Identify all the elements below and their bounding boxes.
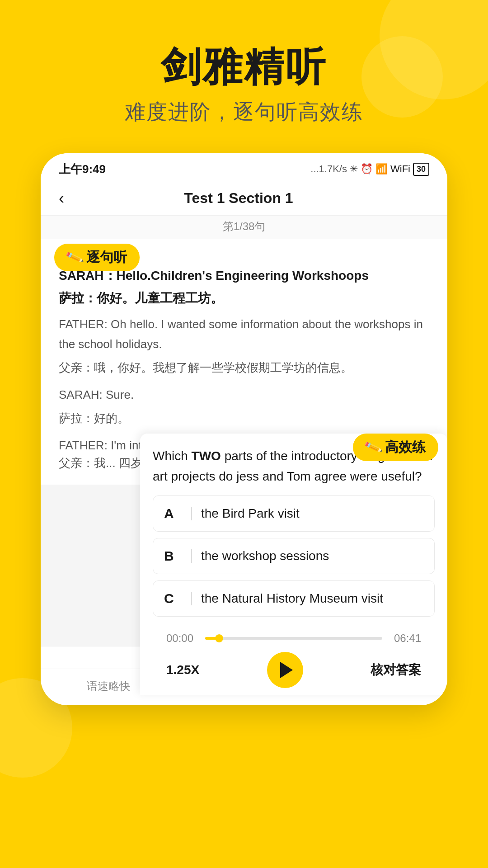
sarah-chinese: 萨拉：你好。儿童工程工坊。: [59, 290, 429, 307]
network-status: ...1.7K/s: [310, 163, 347, 175]
audio-thumb: [215, 634, 223, 642]
phone-mockup: 上午9:49 ...1.7K/s ✳ ⏰ 📶 WiFi 30 ‹ Test 1 …: [41, 153, 447, 705]
option-b[interactable]: B the workshop sessions: [153, 538, 435, 574]
app-subtitle: 难度进阶，逐句听高效练: [0, 98, 488, 126]
alarm-icon: ⏰: [361, 163, 373, 175]
option-c[interactable]: C the Natural History Museum visit: [153, 580, 435, 617]
option-c-divider: [191, 592, 192, 605]
question-overlay: Which TWO parts of the introductory stag…: [140, 434, 447, 696]
bluetooth-icon: ✳: [350, 163, 358, 175]
practice-label: 高效练: [385, 438, 426, 457]
audio-speed[interactable]: 1.25X: [166, 663, 199, 677]
back-button[interactable]: ‹: [59, 189, 64, 208]
battery-indicator: 30: [413, 163, 429, 176]
option-a[interactable]: A the Bird Park visit: [153, 495, 435, 532]
status-bar: 上午9:49 ...1.7K/s ✳ ⏰ 📶 WiFi 30: [41, 153, 447, 182]
option-a-divider: [191, 507, 192, 520]
option-b-letter: B: [164, 548, 182, 564]
practice-pen-icon: ✏️: [363, 438, 383, 457]
question-emphasis: TWO: [192, 449, 221, 463]
progress-label: 第1/38句: [41, 216, 447, 239]
nav-bar: ‹ Test 1 Section 1: [41, 182, 447, 216]
audio-progress-bar[interactable]: [205, 637, 382, 640]
header: 剑雅精听 难度进阶，逐句听高效练: [0, 0, 488, 153]
status-time: 上午9:49: [59, 161, 106, 177]
signal-icon: 📶: [375, 163, 388, 175]
sarah-reply-english: SARAH: Sure.: [59, 385, 429, 405]
play-button[interactable]: [267, 652, 303, 688]
content-area: ✏️ 逐句听 SARAH：Hello.Children's Engineerin…: [41, 239, 447, 646]
sarah-reply-chinese: 萨拉：好的。: [59, 409, 429, 428]
play-icon: [280, 662, 293, 678]
option-a-text: the Bird Park visit: [201, 506, 300, 521]
father-english: FATHER: Oh hello. I wanted some informat…: [59, 314, 429, 354]
audio-current-time: 00:00: [166, 632, 198, 645]
option-b-divider: [191, 549, 192, 563]
audio-total-time: 06:41: [389, 632, 421, 645]
listen-label: 逐句听: [86, 248, 127, 267]
father-chinese: 父亲：哦，你好。我想了解一些学校假期工学坊的信息。: [59, 359, 429, 377]
audio-player: 00:00 06:41 1.25X 核对答案: [153, 623, 435, 695]
practice-badge: ✏️ 高效练: [353, 434, 438, 461]
option-c-letter: C: [164, 591, 182, 606]
option-a-letter: A: [164, 506, 182, 521]
option-c-text: the Natural History Museum visit: [201, 591, 383, 606]
wifi-icon: WiFi: [390, 163, 410, 175]
audio-timeline: 00:00 06:41: [166, 632, 421, 645]
app-title: 剑雅精听: [0, 45, 488, 89]
option-b-text: the workshop sessions: [201, 549, 329, 563]
audio-controls: 1.25X 核对答案: [166, 652, 421, 688]
check-answer-button[interactable]: 核对答案: [371, 661, 421, 679]
page-title: Test 1 Section 1: [73, 190, 404, 207]
pen-icon: ✏️: [65, 248, 84, 267]
listen-badge: ✏️ 逐句听: [54, 244, 140, 271]
status-icons: ...1.7K/s ✳ ⏰ 📶 WiFi 30: [310, 163, 429, 176]
